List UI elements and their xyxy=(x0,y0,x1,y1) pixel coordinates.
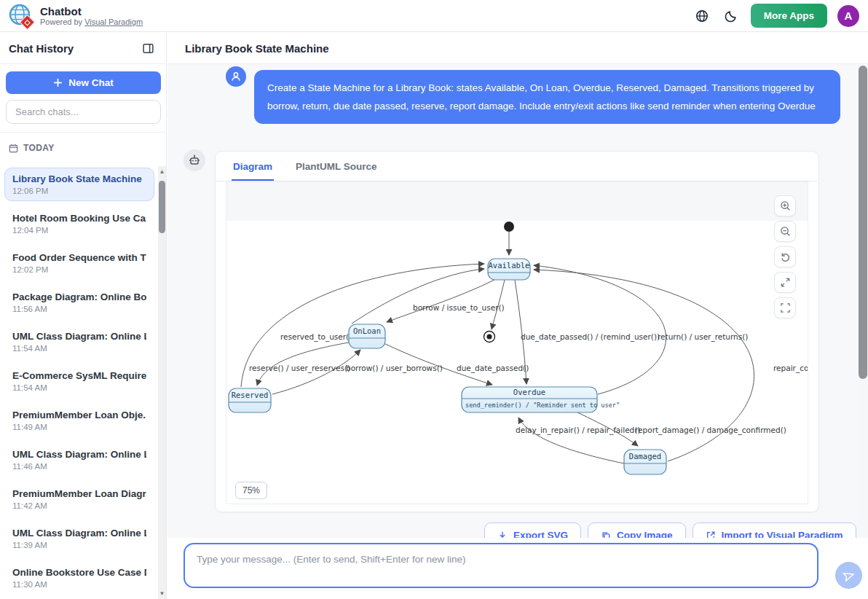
diagram-viewport[interactable]: borrow / issue_to_user() due_date_passed… xyxy=(226,181,808,504)
composer-bar xyxy=(167,538,868,599)
edge-label: repair_com xyxy=(773,364,808,373)
bot-message-avatar xyxy=(184,149,205,171)
chat-list-item[interactable]: E-Commerce SysML Require... 11:54 AM xyxy=(4,364,154,398)
sidebar-title: Chat History xyxy=(9,42,74,55)
chat-list-item[interactable]: PremiumMember Loan Obje... 11:49 AM xyxy=(4,404,154,437)
state-machine-diagram: borrow / issue_to_user() due_date_passed… xyxy=(226,182,808,504)
page-scroll-thumb[interactable] xyxy=(859,66,867,379)
expand-arrows-icon xyxy=(780,277,791,288)
fullscreen-brackets-icon xyxy=(780,302,791,313)
chat-history-list: Library Book State Machine 12:06 PM Hote… xyxy=(0,166,157,599)
sidebar-scroll-thumb[interactable] xyxy=(159,181,165,233)
scroll-up-arrow[interactable]: ▲ xyxy=(158,168,166,176)
fit-to-screen-button[interactable] xyxy=(774,272,796,293)
language-button[interactable] xyxy=(693,7,711,26)
powered-by: Powered by Visual Paradigm xyxy=(40,17,143,26)
chat-list-item[interactable]: Hotel Room Booking Use Case 12:04 PM xyxy=(4,207,154,240)
state-reserved: Reserved xyxy=(229,388,271,412)
globe-icon xyxy=(695,9,709,23)
message-input[interactable] xyxy=(184,543,818,588)
robot-icon xyxy=(188,154,201,167)
chat-list-item[interactable]: PremiumMember Loan Diagr... 11:42 AM xyxy=(4,482,154,516)
chat-list-item[interactable]: Library Book State Machine 12:06 PM xyxy=(4,168,154,201)
zoom-toolbar xyxy=(774,195,796,318)
brand-block: Chatbot Powered by Visual Paradigm xyxy=(40,5,143,26)
edge-damaged-overdue xyxy=(518,418,624,463)
sidebar-scrollbar[interactable]: ▲ ▼ xyxy=(158,166,166,599)
state-available: Available xyxy=(488,259,530,280)
dark-mode-button[interactable] xyxy=(722,7,741,26)
chat-message-area: Create a State Machine for a Library Boo… xyxy=(167,64,858,599)
state-overdue: Overdue send_reminder() / "Reminder sent… xyxy=(462,387,620,412)
panel-toggle-icon xyxy=(142,42,154,55)
edge-label: return() / user_returns() xyxy=(658,332,748,342)
edge-label: borrow / issue_to_user() xyxy=(413,303,505,313)
collapse-sidebar-button[interactable] xyxy=(138,39,157,58)
visual-paradigm-logo xyxy=(9,4,33,28)
search-input[interactable] xyxy=(6,100,161,124)
zoom-in-icon xyxy=(780,200,791,211)
send-button[interactable] xyxy=(835,562,862,589)
visual-paradigm-link[interactable]: Visual Paradigm xyxy=(84,17,143,26)
app-title: Chatbot xyxy=(40,5,143,17)
edge-label: reserve() / user_reserves() xyxy=(249,364,350,373)
chat-list-item[interactable]: UML Class Diagram: Online L... 11:54 AM xyxy=(4,325,154,359)
initial-state xyxy=(504,222,514,232)
app-window: Chatbot Powered by Visual Paradigm More … xyxy=(0,0,868,599)
edge-onloan-available xyxy=(352,269,484,324)
send-paper-plane-icon xyxy=(841,568,856,582)
edge-label: report_damage() / damage_confirmed() xyxy=(635,426,786,435)
chat-list-item[interactable]: UML Class Diagram: Online L... 11:39 AM xyxy=(4,522,154,555)
zoom-out-icon xyxy=(780,226,791,237)
edge-label: due_date_passed() / (remind_user()) xyxy=(521,332,660,342)
zoom-level-badge: 75% xyxy=(235,482,267,499)
person-icon xyxy=(230,71,242,82)
today-section-header: TODAY xyxy=(0,132,166,157)
moon-icon xyxy=(725,9,738,23)
final-state xyxy=(484,332,495,342)
overdue-entry-action: send_reminder() / "Reminder sent to user… xyxy=(465,402,620,409)
svg-text:Reserved: Reserved xyxy=(232,391,269,399)
svg-text:Available: Available xyxy=(489,261,530,270)
reset-rotate-icon xyxy=(780,251,791,262)
state-damaged: Damaged xyxy=(624,450,666,474)
state-onloan: OnLoan xyxy=(349,324,385,348)
chat-list-item[interactable]: UML Class Diagram: Online L... 11:46 AM xyxy=(4,443,154,477)
tab-bar: Diagram PlantUML Source xyxy=(216,152,818,181)
svg-text:Damaged: Damaged xyxy=(629,452,661,461)
sidebar: Chat History New Chat TODAY xyxy=(0,33,167,599)
chat-list-item[interactable]: Package Diagram: Online Bo... 11:56 AM xyxy=(4,286,154,319)
user-account-avatar[interactable]: A xyxy=(837,5,859,27)
reset-view-button[interactable] xyxy=(774,246,796,267)
zoom-out-button[interactable] xyxy=(774,221,796,242)
calendar-icon xyxy=(9,144,18,153)
edge-label: borrow() / user_borrows() xyxy=(346,364,443,373)
user-message-avatar xyxy=(226,66,246,87)
scroll-down-arrow[interactable]: ▼ xyxy=(158,590,166,598)
edge-label: due_date_passed() xyxy=(457,364,529,373)
plus-icon xyxy=(53,78,63,87)
user-message-bubble: Create a State Machine for a Library Boo… xyxy=(254,70,840,124)
tab-diagram[interactable]: Diagram xyxy=(232,152,274,181)
chat-list-item[interactable]: Food Order Sequence with Ti... 12:02 PM xyxy=(4,246,154,280)
chat-list-item[interactable]: Online Bookstore Use Case D... 11:30 AM xyxy=(4,561,154,595)
svg-text:Overdue: Overdue xyxy=(513,388,545,396)
edge-label: reserved_to_user() xyxy=(280,332,352,342)
diagram-card: Diagram PlantUML Source xyxy=(215,151,819,512)
more-apps-button[interactable]: More Apps xyxy=(751,4,827,28)
svg-text:OnLoan: OnLoan xyxy=(353,326,381,335)
tab-plantuml-source[interactable]: PlantUML Source xyxy=(294,152,379,181)
new-chat-button[interactable]: New Chat xyxy=(6,71,161,94)
top-bar: Chatbot Powered by Visual Paradigm More … xyxy=(0,0,868,32)
edge-available-onloan xyxy=(387,280,494,322)
edge-label: delay_in_repair() / repair_failed() xyxy=(516,426,640,435)
page-title: Library Book State Machine xyxy=(167,33,868,64)
edge-overdue-available xyxy=(534,265,666,394)
main-panel: Library Book State Machine Create a Stat… xyxy=(167,33,868,599)
page-scrollbar[interactable] xyxy=(858,64,868,538)
fullscreen-button[interactable] xyxy=(774,297,796,318)
zoom-in-button[interactable] xyxy=(774,195,796,216)
